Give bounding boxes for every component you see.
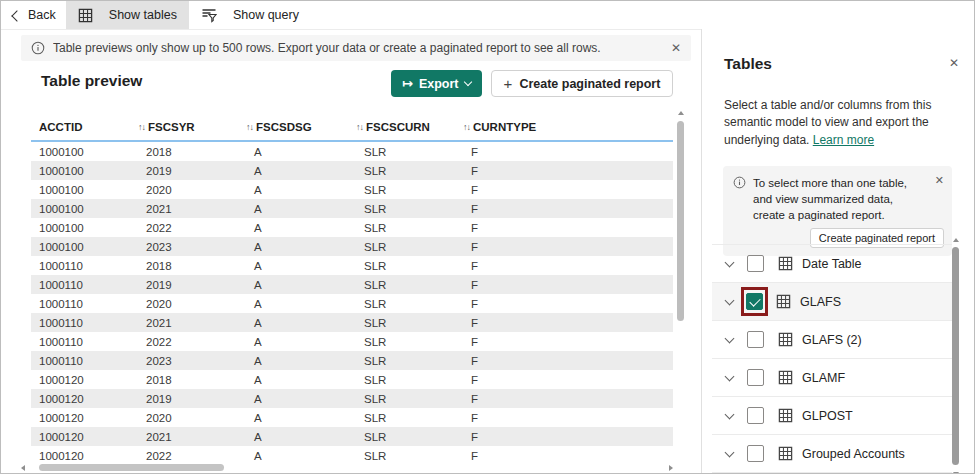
callout-text: To select more than one table, and view … [753,175,928,223]
column-header[interactable]: ↑↓FSCSDSG [246,121,356,133]
table-cell: F [463,450,673,462]
column-header[interactable]: ↑↓FSCSYR [138,121,246,133]
chevron-down-icon[interactable] [725,409,735,419]
export-button[interactable]: ↦ Export [391,70,482,97]
scroll-up-arrow-icon[interactable] [678,111,684,115]
table-row: 10001102022ASLRF [31,332,673,351]
create-paginated-report-button[interactable]: + Create paginated report [491,70,673,97]
chevron-down-icon[interactable] [725,257,735,267]
chevron-down-icon[interactable] [725,333,735,343]
chevron-down-icon[interactable] [725,295,735,305]
table-cell: 1000110 [31,298,138,310]
table-cell: SLR [356,184,463,196]
show-query-button[interactable]: Show query [189,1,311,29]
table-cell: 2018 [138,374,246,386]
chevron-down-icon[interactable] [725,371,735,381]
table-cell: 1000120 [31,450,138,462]
create-paginated-report-label: Create paginated report [519,77,660,91]
scroll-up-arrow-icon[interactable] [953,238,959,242]
sort-icon[interactable]: ↑↓ [246,122,253,132]
table-list-item[interactable]: Grouped Accounts [712,435,952,473]
table-cell: F [463,260,673,272]
table-list-item[interactable]: GLPOST [712,397,952,435]
table-list-item[interactable]: Date Table [712,245,952,283]
table-checkbox[interactable] [747,407,764,424]
panel-close-icon[interactable]: ✕ [949,57,959,69]
table-checkbox[interactable] [747,445,764,462]
table-cell: A [246,298,356,310]
table-cell: F [463,355,673,367]
table-horizontal-scrollbar[interactable] [21,464,673,473]
table-cell: SLR [356,431,463,443]
table-checkbox[interactable] [747,255,764,272]
table-row: 10001102019ASLRF [31,275,673,294]
chevron-down-icon [463,78,471,86]
table-cell: F [463,317,673,329]
table-cell: 2021 [138,317,246,329]
table-row: 10001202021ASLRF [31,427,673,446]
table-vertical-scrollbar[interactable] [677,111,685,463]
table-cell: 2022 [138,450,246,462]
table-cell: 1000120 [31,374,138,386]
table-row: 10001102020ASLRF [31,294,673,313]
learn-more-link[interactable]: Learn more [813,133,874,147]
column-header[interactable]: ↑↓CURNTYPE [463,121,673,133]
table-cell: 1000110 [31,355,138,367]
table-cell: SLR [356,355,463,367]
back-button[interactable]: Back [1,1,66,29]
callout-close-icon[interactable]: ✕ [935,175,944,223]
info-banner: Table previews only show up to 500 rows.… [21,35,691,61]
table-cell: 1000120 [31,431,138,443]
table-cell: F [463,374,673,386]
table-checkbox[interactable] [747,331,764,348]
plus-icon: + [504,76,513,91]
table-list-item[interactable]: GLAFS (2) [712,321,952,359]
table-cell: 2020 [138,298,246,310]
table-cell: SLR [356,336,463,348]
table-cell: 2022 [138,222,246,234]
chevron-left-icon [11,10,22,21]
table-checkbox[interactable] [747,369,764,386]
table-list-item[interactable]: GLAMF [712,359,952,397]
table-cell: 2021 [138,203,246,215]
annotation-highlight-box [741,287,768,316]
table-list-item[interactable]: GLAFS [712,283,952,321]
table-cell: SLR [356,260,463,272]
chevron-down-icon[interactable] [725,447,735,457]
table-cell: 1000100 [31,184,138,196]
table-cell: 1000110 [31,279,138,291]
table-cell: F [463,431,673,443]
banner-close-icon[interactable]: ✕ [671,42,681,54]
table-row: 10001202019ASLRF [31,389,673,408]
table-cell: F [463,146,673,158]
scroll-right-arrow-icon[interactable] [669,465,673,471]
sort-icon[interactable]: ↑↓ [463,122,470,132]
table-cell: F [463,241,673,253]
table-cell: SLR [356,146,463,158]
panel-scroll-thumb[interactable] [952,247,959,465]
vertical-scroll-thumb[interactable] [677,121,684,321]
table-cell: F [463,412,673,424]
table-list-label: GLAFS [800,295,841,309]
column-header[interactable]: ACCTID [31,121,138,133]
table-cell: 1000100 [31,203,138,215]
sort-icon[interactable]: ↑↓ [356,122,363,132]
table-cell: 1000120 [31,393,138,405]
panel-scrollbar[interactable] [952,238,960,474]
show-tables-button[interactable]: Show tables [66,1,189,29]
table-cell: F [463,336,673,348]
scroll-left-arrow-icon[interactable] [21,465,25,471]
table-row: 10001102021ASLRF [31,313,673,332]
column-header-label: ACCTID [39,121,82,133]
table-list-label: Grouped Accounts [802,447,905,461]
sort-icon[interactable]: ↑↓ [138,122,145,132]
column-header[interactable]: ↑↓FSCSCURN [356,121,463,133]
table-preview: ACCTID↑↓FSCSYR↑↓FSCSDSG↑↓FSCSCURN↑↓CURNT… [31,114,673,463]
horizontal-scroll-thumb[interactable] [39,464,224,471]
table-row: 10001202020ASLRF [31,408,673,427]
table-cell: 1000110 [31,336,138,348]
banner-text: Table previews only show up to 500 rows.… [53,41,671,55]
table-checkbox[interactable] [746,293,763,310]
table-list-label: Date Table [802,257,862,271]
panel-description: Select a table and/or columns from this … [724,97,960,149]
